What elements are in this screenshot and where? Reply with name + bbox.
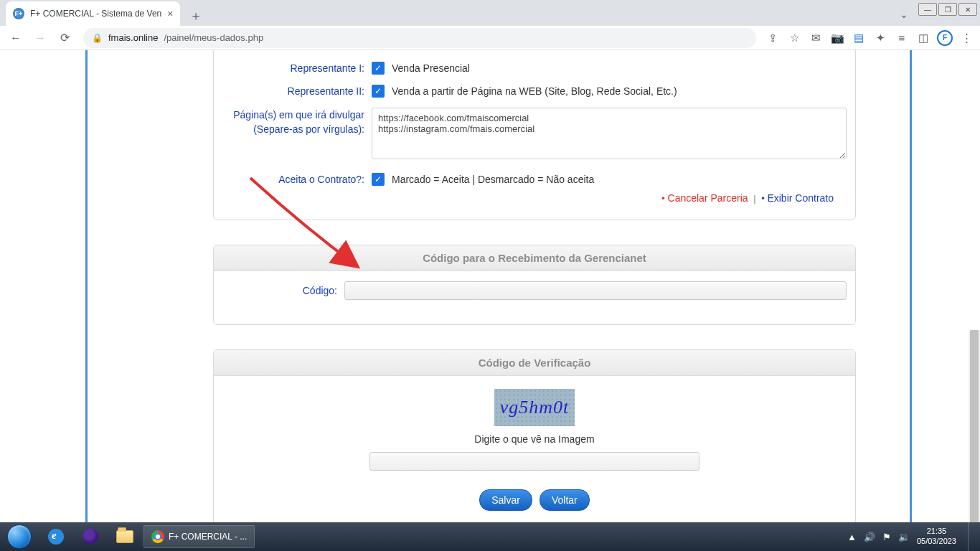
camera-icon[interactable]: 📷 bbox=[829, 30, 845, 46]
sidepanel-icon[interactable]: ◫ bbox=[915, 30, 931, 46]
scrollbar-thumb[interactable] bbox=[970, 330, 979, 522]
captcha-instruction: Digite o que vê na Imagem bbox=[222, 433, 847, 445]
browser-tab[interactable]: F+ F+ COMERCIAL - Sistema de Ven × bbox=[6, 1, 180, 26]
textarea-pages[interactable] bbox=[372, 108, 847, 159]
save-button[interactable]: Salvar bbox=[479, 489, 532, 511]
label-rep2: Representante II: bbox=[222, 84, 372, 98]
bookmark-icon[interactable]: ☆ bbox=[786, 30, 802, 46]
close-window[interactable]: ✕ bbox=[958, 3, 977, 16]
url-host: fmais.online bbox=[108, 32, 158, 43]
label-pages: Página(s) em que irá divulgar bbox=[222, 108, 364, 122]
tabs-overflow-icon[interactable]: ⌄ bbox=[900, 9, 908, 20]
maximize-window[interactable]: ❐ bbox=[938, 3, 957, 16]
page-border-right bbox=[910, 50, 912, 522]
taskbar-explorer-icon[interactable] bbox=[108, 522, 142, 551]
back-button[interactable]: ← bbox=[6, 28, 26, 48]
bullet-icon: • bbox=[661, 193, 665, 204]
clock-date: 05/03/2023 bbox=[917, 537, 956, 547]
checkbox-accept-contract[interactable]: ✓ bbox=[372, 173, 385, 186]
tab-close-icon[interactable]: × bbox=[167, 8, 173, 19]
checkbox-rep1[interactable]: ✓ bbox=[372, 62, 385, 75]
label-pages-note: (Separe-as por vírgulas): bbox=[222, 122, 364, 136]
back-button-form[interactable]: Voltar bbox=[540, 489, 590, 511]
taskbar-ie-icon[interactable] bbox=[39, 522, 73, 551]
lock-icon: 🔒 bbox=[92, 33, 103, 43]
menu-icon[interactable]: ⋮ bbox=[958, 30, 974, 46]
label-rep1: Representante I: bbox=[222, 61, 372, 75]
desc-rep1: Venda Presencial bbox=[392, 62, 470, 74]
reading-list-icon[interactable]: ≡ bbox=[894, 30, 910, 46]
url-path: /painel/meus-dados.php bbox=[164, 32, 263, 43]
section-header-verification: Código de Verificação bbox=[214, 350, 855, 376]
reload-button[interactable]: ⟳ bbox=[55, 28, 75, 48]
tray-network-icon[interactable]: ⚑ bbox=[882, 532, 891, 542]
tray-volume2-icon[interactable]: 🔉 bbox=[898, 532, 910, 542]
label-codigo: Código: bbox=[222, 283, 344, 298]
desc-accept-contract: Marcado = Aceita | Desmarcado = Não acei… bbox=[392, 174, 594, 185]
desc-rep2: Venda a partir de Página na WEB (Site, B… bbox=[392, 85, 677, 97]
input-captcha[interactable] bbox=[369, 452, 699, 471]
taskbar-task-chrome[interactable]: F+ COMERCIAL - ... bbox=[143, 525, 255, 548]
link-show-contract[interactable]: Exibir Contrato bbox=[767, 192, 834, 204]
tray-show-hidden-icon[interactable]: ▲ bbox=[847, 532, 857, 542]
tab-favicon-icon: F+ bbox=[13, 8, 24, 19]
taskbar-clock[interactable]: 21:35 05/03/2023 bbox=[917, 527, 956, 547]
chrome-icon bbox=[151, 530, 164, 543]
show-desktop-button[interactable] bbox=[968, 522, 974, 551]
translate-icon[interactable]: ▤ bbox=[851, 30, 867, 46]
share-icon[interactable]: ⇪ bbox=[765, 30, 781, 46]
page-border-left bbox=[85, 50, 88, 522]
profile-icon[interactable]: F bbox=[937, 30, 953, 46]
tab-title: F+ COMERCIAL - Sistema de Ven bbox=[30, 9, 161, 19]
tray-volume-icon[interactable]: 🔊 bbox=[864, 532, 875, 542]
checkbox-rep2[interactable]: ✓ bbox=[372, 85, 385, 98]
link-cancel-partnership[interactable]: Cancelar Parceria bbox=[668, 192, 748, 204]
label-accept-contract: Aceita o Contrato?: bbox=[222, 172, 372, 187]
address-bar[interactable]: 🔒 fmais.online/painel/meus-dados.php bbox=[83, 28, 756, 48]
start-button[interactable] bbox=[0, 522, 39, 551]
section-header-gerencianet: Código para o Recebimento da Gerencianet bbox=[214, 245, 855, 271]
captcha-image: vg5hm0t bbox=[494, 389, 575, 426]
minimize-window[interactable]: — bbox=[918, 3, 937, 16]
bullet-icon: • bbox=[761, 193, 765, 204]
captcha-image-text: vg5hm0t bbox=[500, 397, 570, 418]
new-tab-button[interactable]: ＋ bbox=[186, 6, 206, 26]
forward-button[interactable]: → bbox=[30, 28, 50, 48]
link-separator: | bbox=[753, 193, 755, 204]
scrollbar[interactable] bbox=[969, 330, 980, 522]
mail-icon[interactable]: ✉ bbox=[808, 30, 824, 46]
taskbar-task-title: F+ COMERCIAL - ... bbox=[169, 532, 247, 542]
clock-time: 21:35 bbox=[917, 527, 956, 537]
taskbar-firefox-icon[interactable] bbox=[73, 522, 108, 551]
input-codigo-gerencianet[interactable] bbox=[344, 281, 847, 300]
extensions-icon[interactable]: ✦ bbox=[872, 30, 888, 46]
